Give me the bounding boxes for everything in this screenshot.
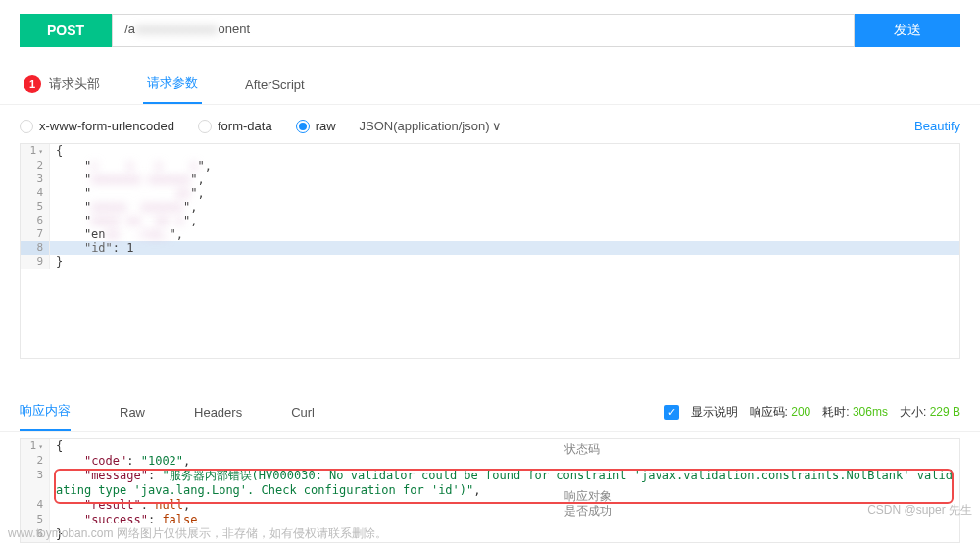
http-method-button[interactable]: POST xyxy=(20,14,112,47)
tab-request-params[interactable]: 请求参数 xyxy=(143,65,202,104)
time-label: 耗时: 306ms xyxy=(822,404,888,421)
request-body-editor[interactable]: 1{2 "c x x x",3 "xxxxxxx xxxxxx",4 " xx"… xyxy=(20,143,960,359)
radio-icon xyxy=(198,120,212,133)
headers-badge: 1 xyxy=(24,75,41,93)
tab-response-content[interactable]: 响应内容 xyxy=(20,392,71,431)
url-blurred: xxxxxxxxxxxxx xyxy=(135,22,219,36)
tab-response-raw[interactable]: Raw xyxy=(120,395,145,429)
radio-form-data[interactable]: form-data xyxy=(198,119,272,133)
status-label: 响应码: 200 xyxy=(750,404,811,421)
radio-icon xyxy=(296,120,310,133)
tab-response-curl[interactable]: Curl xyxy=(291,395,315,429)
url-input[interactable]: /axxxxxxxxxxxxxonent xyxy=(112,14,855,47)
chevron-down-icon: ∨ xyxy=(492,119,502,133)
watermark-left: www.toymoban.com 网络图片仅供展示，非存储，如有侵权请联系删除。 xyxy=(8,525,387,542)
size-label: 大小: 229 B xyxy=(900,404,960,421)
beautify-link[interactable]: Beautify xyxy=(914,119,960,133)
annotation-success: 是否成功 xyxy=(564,503,612,520)
tab-request-headers[interactable]: 1 请求头部 xyxy=(20,65,104,104)
tab-after-script[interactable]: AfterScript xyxy=(241,65,309,104)
radio-urlencoded[interactable]: x-www-form-urlencoded xyxy=(20,119,174,133)
radio-raw[interactable]: raw xyxy=(296,119,336,133)
radio-icon xyxy=(20,120,33,133)
content-type-dropdown[interactable]: JSON(application/json)∨ xyxy=(360,119,502,133)
send-button[interactable]: 发送 xyxy=(855,14,960,47)
url-suffix: onent xyxy=(218,22,250,36)
url-prefix: /a xyxy=(124,22,135,36)
tab-response-headers[interactable]: Headers xyxy=(194,395,242,429)
footer: Apache License 2.0 | Copyright © 2019-Kn… xyxy=(0,543,980,548)
checkbox-show-desc[interactable]: ✓ xyxy=(664,405,679,420)
annotation-status: 状态码 xyxy=(564,441,600,458)
show-desc-label: 显示说明 xyxy=(691,404,738,421)
watermark-right: CSDN @super 先生 xyxy=(867,502,972,519)
